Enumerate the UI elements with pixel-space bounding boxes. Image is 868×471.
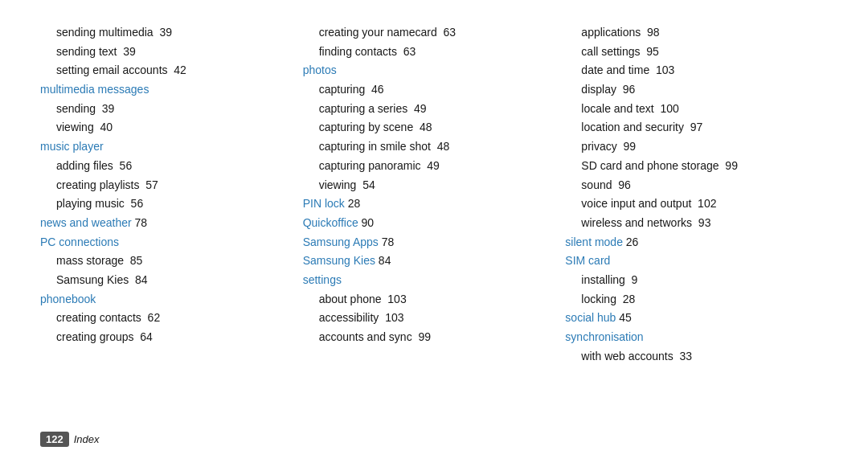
page-number-ref: 99 [412,330,431,343]
list-item: wireless and networks 93 [565,215,812,232]
list-item: creating contacts 62 [40,309,287,327]
list-item: call settings 95 [565,43,812,61]
page-number-ref: 48 [431,140,449,153]
page-number-ref: 103 [649,63,674,76]
page-number-ref: 63 [437,26,456,39]
sub-item-label: adding files [40,159,113,172]
list-item: accessibility 103 [303,309,550,327]
list-item: playing music 56 [40,195,287,213]
sub-item-label: accounts and sync [303,330,412,343]
page-number-ref: 56 [113,159,132,172]
list-item: with web accounts 33 [565,348,812,366]
sub-item-label: date and time [565,63,649,76]
page-number-ref: 46 [365,83,383,96]
page-number: 122 [40,432,69,447]
content-columns: sending multimedia 39sending text 39sett… [40,24,828,424]
list-item: PC connections [40,234,287,252]
sub-item-label: about phone [303,293,382,305]
sub-item-label: applications [565,26,641,39]
list-item: phonebook [40,291,287,309]
list-item: sound 96 [565,177,812,195]
list-item: setting email accounts 42 [40,62,287,80]
category-label: synchronisation [565,330,643,343]
sub-item-label: voice input and output [565,197,691,210]
index-page: sending multimedia 39sending text 39sett… [0,0,868,471]
sub-item-label: installing [565,273,624,286]
sub-item-label: privacy [565,140,616,153]
page-number-ref: 96 [612,178,631,191]
column-3: applications 98call settings 95date and … [565,24,828,424]
sub-item-label: Samsung Kies [40,273,129,286]
page-number-ref: 103 [379,311,403,324]
list-item: privacy 99 [565,138,812,156]
category-label: news and weather [40,216,132,229]
list-item: creating playlists 57 [40,177,287,195]
category-label: SIM card [565,254,610,267]
list-item: creating your namecard 63 [303,24,550,42]
sub-item-label: creating contacts [40,311,141,324]
page-number-ref: 84 [129,273,147,286]
sub-item-label: capturing by scene [303,121,414,133]
sub-item-label: creating groups [40,330,134,343]
sub-item-label: accessibility [303,311,379,324]
sub-item-label: setting email accounts [40,63,168,76]
sub-item-label: with web accounts [565,350,673,362]
list-item: adding files 56 [40,158,287,175]
sub-item-label: finding contacts [303,45,397,58]
sub-item-label: location and security [565,121,684,133]
page-number-ref: 97 [684,121,702,133]
category-label: silent mode [565,236,623,248]
page-number-ref: 48 [413,121,432,133]
list-item: voice input and output 102 [565,195,812,213]
page-number-ref: 33 [674,350,692,362]
page-number-ref: 26 [623,236,638,248]
list-item: SD card and phone storage 99 [565,158,812,175]
sub-item-label: capturing [303,83,366,96]
page-footer: 122 Index [40,432,828,447]
list-item: accounts and sync 99 [303,329,550,346]
column-1: sending multimedia 39sending text 39sett… [40,24,303,424]
list-item: capturing by scene 48 [303,119,550,137]
list-item: applications 98 [565,24,812,42]
sub-item-label: display [565,83,616,96]
category-label: social hub [565,311,616,324]
category-label: settings [303,273,342,286]
sub-item-label: wireless and networks [565,216,692,229]
page-number-ref: 78 [379,236,394,248]
page-number-ref: 78 [132,216,147,229]
category-label: PC connections [40,236,119,248]
page-number-ref: 56 [125,197,143,210]
sub-item-label: sending multimedia [40,26,154,39]
list-item: installing 9 [565,272,812,289]
list-item: capturing panoramic 49 [303,158,550,175]
category-label: photos [303,63,337,76]
page-number-ref: 96 [616,83,635,96]
category-label: Quickoffice [303,216,358,229]
page-number-ref: 54 [356,178,375,191]
list-item: Quickoffice 90 [303,215,550,232]
category-label: Samsung Apps [303,236,379,248]
sub-item-label: locale and text [565,102,653,115]
list-item: SIM card [565,252,812,270]
sub-item-label: sending [40,102,96,115]
sub-item-label: call settings [565,45,640,58]
page-number-ref: 103 [382,293,407,305]
list-item: sending multimedia 39 [40,24,287,42]
page-number-ref: 99 [719,159,738,172]
page-number-ref: 39 [117,45,136,58]
list-item: settings [303,272,550,289]
column-2: creating your namecard 63finding contact… [303,24,566,424]
sub-item-label: locking [565,293,616,305]
sub-item-label: SD card and phone storage [565,159,719,172]
page-number-ref: 98 [641,26,659,39]
page-number-ref: 84 [375,254,391,267]
sub-item-label: capturing panoramic [303,159,421,172]
page-number-ref: 49 [407,102,426,115]
list-item: music player [40,138,287,156]
list-item: capturing 46 [303,81,550,99]
page-number-ref: 39 [96,102,114,115]
list-item: viewing 54 [303,177,550,195]
page-number-ref: 64 [134,330,153,343]
sub-item-label: creating playlists [40,178,140,191]
list-item: sending text 39 [40,43,287,61]
